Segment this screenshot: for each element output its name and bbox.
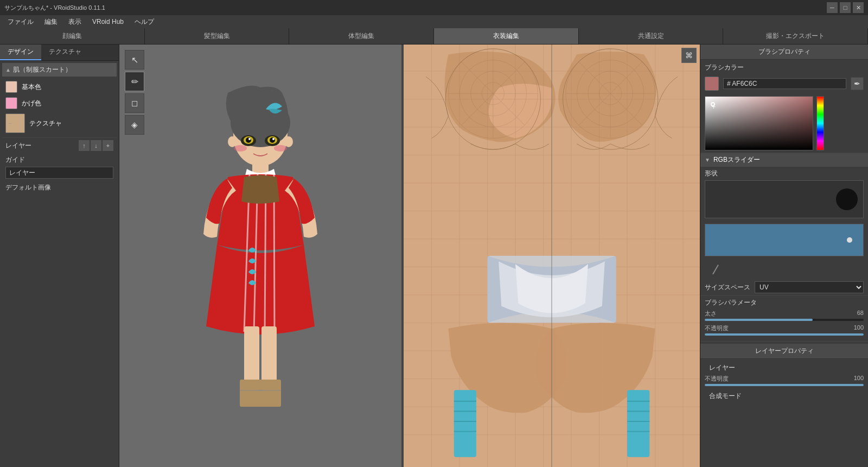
layer-label2: レイヤー (709, 363, 735, 373)
app-body: デザイン テクスチャ ▲ 肌（制服スカート） 基本色 かげ色 (0, 45, 868, 467)
angle-indicator (705, 261, 721, 277)
pen-tool[interactable]: ✏ (125, 72, 144, 91)
eyedropper-icon: ✒ (854, 79, 860, 88)
maximize-button[interactable]: □ (840, 2, 851, 13)
default-image-label: デフォルト画像 (2, 181, 117, 194)
slider-thumb (847, 237, 852, 243)
brush-color-hex-input[interactable] (723, 78, 846, 89)
layer-buttons: ↑ ↓ + (79, 140, 113, 151)
base-color-label: 基本色 (22, 83, 41, 92)
size-space-select[interactable]: UV Screen (755, 281, 864, 293)
layer-add-button[interactable]: + (103, 140, 113, 151)
rgb-section: ▼ RGBスライダー (700, 153, 868, 167)
color-pick-button[interactable]: ✒ (851, 77, 864, 90)
guide-input[interactable] (5, 167, 113, 179)
fill-tool[interactable]: ◈ (125, 115, 144, 135)
layer-down-button[interactable]: ↓ (91, 140, 101, 151)
texture-row[interactable]: ⋯ テクスチャ (2, 111, 117, 135)
menu-file[interactable]: ファイル (2, 15, 39, 28)
layer-opacity-fill (705, 384, 864, 386)
tab-body-edit[interactable]: 体型編集 (289, 28, 434, 44)
brush-params-section: ブラシパラメータ 太さ 68 不透明度 100 (700, 295, 868, 341)
opacity-row-top: 不透明度 100 (705, 324, 864, 332)
shape-label: 形状 (705, 169, 864, 178)
thickness-value: 68 (857, 310, 864, 318)
tab-photo-export[interactable]: 撮影・エクスポート (723, 28, 868, 44)
layer-bar: レイヤー ↑ ↓ + (2, 137, 117, 153)
opacity-slider-area (700, 219, 868, 258)
layer-up-button[interactable]: ↑ (79, 140, 90, 151)
layer-opacity-label: 不透明度 (705, 375, 729, 383)
left-panel-tabs: デザイン テクスチャ (0, 45, 119, 61)
uv-view[interactable]: ⌘ (404, 45, 700, 467)
shadow-color-row[interactable]: かげ色 (2, 95, 117, 111)
layer-label-row: レイヤー (705, 361, 864, 375)
brush-color-row: ブラシカラー (700, 60, 868, 75)
svg-point-12 (270, 137, 275, 143)
center-area: ↖ ✏ ◻ ◈ (119, 45, 700, 467)
menubar: ファイル 編集 表示 VRoid Hub ヘルプ (0, 15, 868, 28)
cursor-icon: ↖ (131, 55, 138, 65)
menu-help[interactable]: ヘルプ (129, 15, 159, 28)
options-icon: ⌘ (685, 51, 693, 60)
color-gradient[interactable]: + (705, 96, 813, 150)
uv-options-button[interactable]: ⌘ (681, 48, 697, 63)
layer-label: レイヤー (5, 141, 31, 150)
eraser-tool[interactable]: ◻ (125, 93, 144, 113)
thickness-track[interactable] (705, 319, 864, 321)
svg-point-16 (274, 145, 287, 152)
layer-opacity-track[interactable] (705, 384, 864, 386)
guide-label: ガイド (5, 155, 113, 165)
layer-opacity-row: 不透明度 100 (705, 375, 864, 386)
opacity-track[interactable] (705, 333, 864, 336)
tab-outfit-edit[interactable]: 衣装編集 (434, 28, 579, 44)
rgb-slider-label: RGBスライダー (713, 155, 760, 165)
layer-props-title: レイヤープロパティ (700, 344, 868, 359)
svg-point-15 (234, 145, 247, 152)
angle-row (700, 258, 868, 279)
model-view[interactable] (119, 45, 401, 467)
left-panel: デザイン テクスチャ ▲ 肌（制服スカート） 基本色 かげ色 (0, 45, 119, 467)
menu-edit[interactable]: 編集 (39, 15, 63, 28)
gradient-dark (705, 97, 813, 150)
eraser-icon: ◻ (131, 98, 138, 108)
left-content: ▲ 肌（制服スカート） 基本色 かげ色 ⋯ (0, 61, 119, 467)
blue-slider[interactable] (705, 224, 864, 256)
thickness-slider-row: 太さ 68 (705, 310, 864, 321)
guide-section: ガイド (2, 153, 117, 181)
svg-rect-57 (627, 390, 649, 457)
color-picker-area[interactable]: + (700, 94, 868, 153)
section-header-label: 肌（制服スカート） (13, 65, 72, 74)
base-color-swatch (5, 81, 17, 93)
tab-hair-edit[interactable]: 髪型編集 (145, 28, 290, 44)
tab-design[interactable]: デザイン (0, 45, 41, 60)
select-tool[interactable]: ↖ (125, 50, 144, 70)
thickness-label: 太さ (705, 310, 717, 318)
tab-texture[interactable]: テクスチャ (41, 45, 89, 60)
svg-point-14 (272, 138, 275, 140)
brush-params-title: ブラシパラメータ (705, 298, 864, 307)
base-color-row[interactable]: 基本色 (2, 79, 117, 95)
opacity-value: 100 (854, 324, 864, 332)
close-button[interactable]: ✕ (853, 2, 864, 13)
menu-vroid-hub[interactable]: VRoid Hub (87, 15, 129, 28)
model-svg (168, 82, 353, 430)
tab-face-edit[interactable]: 顔編集 (0, 28, 145, 44)
thickness-row-top: 太さ 68 (705, 310, 864, 318)
size-space-label: サイズスペース (705, 283, 750, 292)
brush-properties-title: ブラシプロパティ (700, 45, 868, 60)
hue-bar[interactable] (816, 96, 824, 150)
uv-background (404, 45, 700, 467)
layer-opacity-value: 100 (854, 375, 864, 383)
minimize-button[interactable]: ─ (827, 2, 838, 13)
rgb-section-header[interactable]: ▼ RGBスライダー (700, 153, 868, 167)
tab-common-settings[interactable]: 共通設定 (579, 28, 724, 44)
thickness-fill (705, 319, 813, 321)
svg-text:⋯: ⋯ (8, 122, 12, 125)
brush-color-swatch[interactable] (705, 77, 719, 91)
blend-mode-row: 合成モード (705, 389, 864, 403)
menu-view[interactable]: 表示 (63, 15, 87, 28)
texture-label: テクスチャ (29, 119, 62, 128)
size-space-row: サイズスペース UV Screen (700, 279, 868, 295)
svg-point-11 (246, 137, 251, 143)
